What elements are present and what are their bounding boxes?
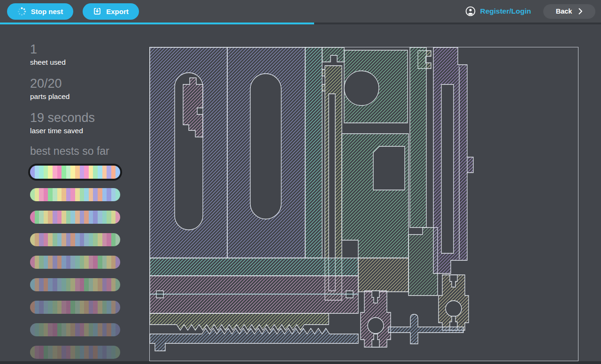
part-strip-green-vertical xyxy=(410,47,426,228)
stat-sheets-label: sheet used xyxy=(30,58,149,67)
part-block-green-circle xyxy=(344,50,408,123)
part-hole xyxy=(441,84,454,253)
part-rack-steel xyxy=(150,328,358,351)
part-panel-lavender-2 xyxy=(227,47,305,258)
stat-laser-time: 19 seconds laser time saved xyxy=(30,111,149,135)
nest-thumbnail-9[interactable] xyxy=(30,346,120,359)
export-icon xyxy=(93,7,101,15)
spinner-icon xyxy=(17,7,26,16)
sidebar: 1 sheet used 20/20 parts placed 19 secon… xyxy=(0,24,149,364)
best-nests-heading: best nests so far xyxy=(30,145,149,158)
part-block-green-square xyxy=(342,134,408,258)
stat-sheets: 1 sheet used xyxy=(30,42,149,67)
part-bar-mauve xyxy=(150,276,358,313)
register-login-label: Register/Login xyxy=(480,7,531,15)
nest-thumbnail-8[interactable] xyxy=(30,323,120,336)
stat-parts-label: parts placed xyxy=(30,92,149,101)
export-button[interactable]: Export xyxy=(83,3,139,20)
part-clamp-mauve xyxy=(361,291,391,347)
header-right-group: Register/Login Back xyxy=(465,4,601,19)
part-hole xyxy=(446,301,462,317)
header-left-group: Stop nest Export xyxy=(0,3,139,20)
part-hole xyxy=(368,318,384,334)
stop-nest-button[interactable]: Stop nest xyxy=(7,3,73,20)
nest-thumbnail-4[interactable] xyxy=(30,233,120,246)
stat-sheets-value: 1 xyxy=(30,42,149,57)
part-strip-teal-vertical xyxy=(305,47,322,258)
stat-laser-time-value: 19 seconds xyxy=(30,111,149,125)
header-bar: Stop nest Export xyxy=(0,0,601,23)
back-button[interactable]: Back xyxy=(543,4,595,19)
bottom-strip xyxy=(0,361,601,364)
part-part-purple-tall xyxy=(433,47,473,273)
nest-thumbnail-1[interactable] xyxy=(30,166,120,179)
export-label: Export xyxy=(106,8,129,15)
nest-thumbnail-list xyxy=(30,166,149,359)
stop-nest-label: Stop nest xyxy=(31,8,63,15)
register-login-link[interactable]: Register/Login xyxy=(465,6,531,16)
nest-sheet-svg xyxy=(149,47,578,361)
part-tab-green-top xyxy=(322,47,344,62)
nest-thumbnail-7[interactable] xyxy=(30,301,120,314)
part-bar-teal xyxy=(150,258,358,276)
nesting-app: Stop nest Export xyxy=(0,0,601,364)
nest-thumbnail-6[interactable] xyxy=(30,278,120,291)
part-panel-lavender-1 xyxy=(150,47,227,258)
stat-parts: 20/20 parts placed xyxy=(30,76,149,101)
part-rack-yellow xyxy=(150,313,329,330)
nest-thumbnail-2[interactable] xyxy=(30,188,120,201)
back-label: Back xyxy=(556,8,572,15)
stat-parts-value: 20/20 xyxy=(30,76,149,91)
stat-laser-time-label: laser time saved xyxy=(30,127,149,135)
part-hole xyxy=(250,74,281,219)
part-block-olive xyxy=(358,258,408,292)
nest-canvas xyxy=(149,47,578,361)
nest-thumbnail-5[interactable] xyxy=(30,256,120,269)
part-hole xyxy=(373,146,405,190)
nest-thumbnail-3[interactable] xyxy=(30,211,120,224)
part-clamp-olive xyxy=(439,275,469,330)
user-icon xyxy=(465,6,476,16)
chevron-right-icon xyxy=(578,8,583,15)
part-hole xyxy=(344,71,379,106)
